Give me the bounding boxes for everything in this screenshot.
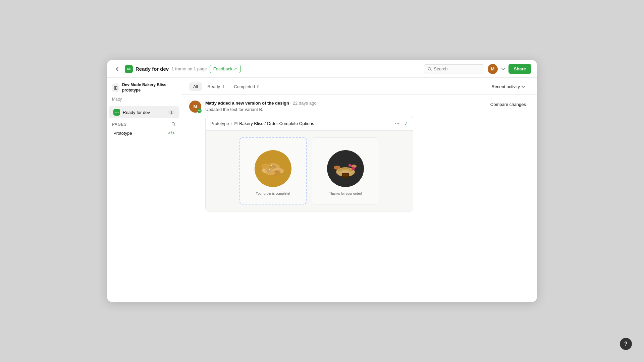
topbar-left: </> Ready for dev 1 frame on 1 page Feed… — [113, 64, 241, 74]
check-icon: ✓ — [404, 120, 408, 127]
main-layout: ⊞ Dev Mode Bakery Bliss prototype Matty … — [107, 78, 537, 302]
tab-completed-count: 0 — [257, 84, 260, 89]
variant-b-caption: Thanks for your order! — [329, 192, 362, 195]
search-pages-icon[interactable] — [171, 122, 176, 127]
sidebar-item-count: 1 — [168, 110, 175, 115]
frame-info: 1 frame on 1 page — [171, 66, 207, 71]
sidebar-page-item-prototype[interactable]: Prototype </> — [109, 128, 179, 138]
app-window: </> Ready for dev 1 frame on 1 page Feed… — [107, 60, 537, 302]
chevron-down-icon — [521, 85, 525, 89]
activity-right: Compare changes — [488, 101, 529, 108]
recent-activity-button[interactable]: Recent activity — [488, 82, 529, 91]
svg-rect-27 — [346, 174, 348, 176]
tab-ready-count: 1 — [222, 84, 225, 89]
activity-subtext: Updated the text for variant B. — [205, 107, 484, 112]
sidebar-item-left: </> Ready for dev — [113, 109, 150, 116]
main-content: All Ready 1 Completed 0 Recent activity — [181, 78, 537, 302]
sidebar-user: Matty — [107, 97, 181, 106]
activity-item: M </> Matty added a new version of the d… — [189, 101, 484, 212]
feedback-button[interactable]: Feedback ↗ — [210, 65, 241, 73]
frame-name-text: Bakery Bliss / Order Complete Options — [239, 121, 314, 126]
avatar-badge: </> — [197, 108, 202, 113]
frame-card-header: Prototype / ⊞ Bakery Bliss / Order Compl… — [206, 116, 413, 131]
logo-icon: ⊞ — [114, 85, 118, 90]
page-dev-icon: </> — [125, 65, 133, 73]
sidebar-project-name: Dev Mode Bakery Bliss prototype — [122, 82, 176, 93]
activity-row: M </> Matty added a new version of the d… — [189, 101, 529, 212]
activity-area: M </> Matty added a new version of the d… — [181, 95, 537, 302]
frame-name: ⊞ Bakery Bliss / Order Complete Options — [234, 121, 314, 126]
sidebar-item-label: Ready for dev — [123, 110, 150, 115]
sidebar-pages-label: Pages — [112, 122, 127, 127]
svg-point-24 — [348, 164, 351, 167]
frame-card-header-right: ··· ✓ — [393, 120, 408, 127]
feedback-label: Feedback ↗ — [213, 66, 237, 71]
tabs-row: All Ready 1 Completed 0 Recent activity — [181, 78, 537, 95]
sidebar-logo-row: ⊞ Dev Mode Bakery Bliss prototype — [107, 82, 181, 97]
activity-text: Matty added a new version of the design … — [205, 101, 484, 106]
help-button[interactable]: ? — [620, 338, 632, 350]
svg-point-15 — [266, 169, 267, 169]
tab-ready-label: Ready — [207, 84, 220, 89]
compare-changes-button[interactable]: Compare changes — [488, 101, 529, 108]
tab-all[interactable]: All — [189, 82, 202, 91]
frame-card-header-left: Prototype / ⊞ Bakery Bliss / Order Compl… — [210, 121, 314, 126]
sidebar-item-ready-for-dev[interactable]: </> Ready for dev 1 — [109, 106, 179, 118]
svg-point-23 — [352, 167, 355, 170]
sidebar-page-name: Prototype — [113, 131, 132, 136]
svg-point-10 — [265, 169, 271, 172]
search-icon — [428, 67, 432, 71]
svg-point-17 — [277, 170, 278, 170]
sidebar: ⊞ Dev Mode Bakery Bliss prototype Matty … — [107, 78, 181, 302]
back-button[interactable] — [113, 64, 122, 74]
avatar: M — [488, 64, 498, 74]
search-input[interactable] — [434, 66, 481, 71]
search-bar[interactable] — [424, 64, 484, 73]
more-options-button[interactable]: ··· — [393, 120, 401, 127]
svg-point-21 — [334, 166, 340, 170]
breadcrumb-root[interactable]: Prototype — [210, 121, 229, 126]
svg-point-14 — [272, 168, 273, 168]
tab-ready[interactable]: Ready 1 — [203, 82, 228, 91]
activity-time: · 22 days ago — [290, 101, 317, 106]
buns-illustration — [255, 150, 291, 187]
breadcrumb-sep: / — [231, 121, 232, 126]
svg-point-1 — [172, 123, 175, 125]
svg-rect-26 — [343, 174, 345, 176]
share-button[interactable]: Share — [508, 64, 531, 74]
svg-point-12 — [271, 165, 272, 166]
svg-point-16 — [269, 169, 270, 170]
sidebar-logo[interactable]: ⊞ — [112, 83, 119, 92]
tabs-left: All Ready 1 Completed 0 — [189, 82, 264, 91]
frame-card: Prototype / ⊞ Bakery Bliss / Order Compl… — [205, 116, 413, 212]
topbar: </> Ready for dev 1 frame on 1 page Feed… — [107, 60, 537, 78]
bakery-buns-image — [255, 150, 291, 187]
bakery-pastry-image — [327, 150, 364, 187]
tab-completed-label: Completed — [234, 84, 255, 89]
grid-icon: ⊞ — [234, 121, 238, 126]
activity-content: Matty added a new version of the design … — [205, 101, 484, 212]
page-title: Ready for dev — [136, 66, 169, 72]
svg-point-11 — [275, 170, 281, 172]
svg-point-6 — [261, 164, 271, 169]
topbar-right: M Share — [424, 64, 531, 74]
code-icon: </> — [168, 130, 175, 136]
activity-avatar: M </> — [189, 101, 201, 113]
tab-completed[interactable]: Completed 0 — [230, 82, 263, 91]
pastry-illustration — [327, 150, 364, 187]
frame-variant-a[interactable]: Your order is complete! — [239, 137, 307, 204]
chevron-down-icon[interactable] — [501, 67, 505, 71]
svg-point-9 — [270, 165, 276, 169]
recent-activity-label: Recent activity — [491, 84, 520, 89]
sidebar-pages-header: Pages — [107, 118, 181, 128]
variant-a-caption: Your order is complete! — [256, 192, 290, 195]
activity-text-bold: Matty added a new version of the design — [205, 101, 289, 106]
sidebar-dev-icon: </> — [113, 109, 120, 116]
svg-point-13 — [274, 166, 274, 167]
frame-variant-b[interactable]: Thanks for your order! — [312, 137, 379, 204]
frame-preview: Your order is complete! — [206, 131, 413, 211]
